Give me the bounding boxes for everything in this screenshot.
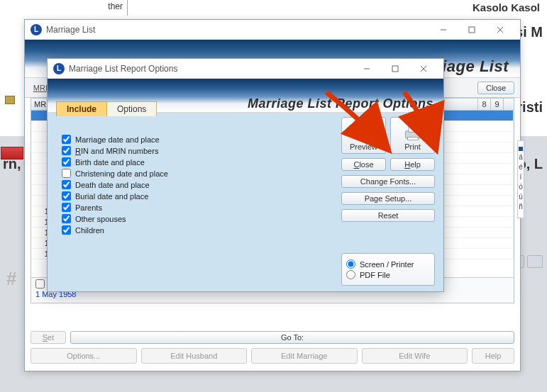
app-logo-icon: L: [31, 24, 42, 35]
bottom-buttons: Options... Edit Husband Edit Marriage Ed…: [31, 348, 514, 364]
hash-icon: #: [6, 268, 16, 290]
accent-char[interactable]: á: [518, 152, 524, 162]
window-close-button[interactable]: [486, 20, 514, 40]
tabstrip: Include Options: [56, 101, 156, 116]
accent-char[interactable]: ñ: [518, 202, 524, 212]
accent-char[interactable]: é: [518, 162, 524, 172]
include-checkbox[interactable]: [62, 146, 71, 155]
tab-options[interactable]: Options: [106, 101, 157, 116]
dialog-help-button[interactable]: Help: [390, 158, 435, 171]
include-option[interactable]: Parents: [62, 203, 317, 212]
dialog-maximize-button[interactable]: [381, 59, 409, 79]
svg-point-11: [364, 125, 372, 133]
dialog-close-button[interactable]: Close: [341, 158, 386, 171]
include-option[interactable]: Burial date and place: [62, 191, 317, 201]
bg-cell-right: Kasolo Kasol: [128, 0, 547, 16]
set-label: et: [48, 333, 54, 342]
output-screen-label: Screen / Printer: [360, 260, 414, 269]
include-checkbox[interactable]: [62, 225, 71, 235]
print-button[interactable]: Print: [390, 117, 435, 154]
dialog-logo-icon: L: [53, 63, 65, 74]
window-title: Marriage List: [46, 25, 95, 35]
options-button[interactable]: Options...: [31, 348, 137, 364]
preview-button[interactable]: Preview: [341, 117, 386, 154]
col-num-8[interactable]: 8: [478, 99, 491, 110]
svg-rect-15: [407, 138, 418, 140]
edit-marriage-button[interactable]: Edit Marriage: [251, 348, 358, 364]
output-pdf-label: PDF File: [360, 271, 390, 279]
include-checkbox[interactable]: [62, 203, 71, 212]
accent-swatch: [519, 147, 523, 151]
minimize-button[interactable]: [429, 20, 458, 40]
include-checkbox[interactable]: [62, 169, 71, 178]
dialog-body: Include Options Marriage date and placeR…: [48, 113, 443, 291]
include-option[interactable]: RIN and MRIN numbers: [62, 146, 317, 155]
svg-rect-5: [392, 66, 398, 72]
include-option[interactable]: Children: [62, 225, 317, 235]
dialog-titlebar: L Marriage List Report Options: [48, 59, 443, 79]
include-label: Parents: [75, 203, 102, 212]
marriage-check-input[interactable]: [35, 279, 45, 289]
include-label: Marriage date and place: [75, 135, 160, 144]
bg-cell-left: ther: [0, 0, 128, 16]
red-marker: [1, 147, 23, 159]
svg-rect-10: [358, 138, 369, 140]
edit-wife-button[interactable]: Edit Wife: [362, 348, 468, 364]
output-pdf-radio[interactable]: PDF File: [346, 270, 430, 279]
set-button[interactable]: Set: [31, 331, 66, 344]
accent-char[interactable]: ú: [518, 192, 524, 202]
include-checkbox[interactable]: [62, 157, 71, 167]
include-label: Burial date and place: [75, 192, 148, 201]
reset-button[interactable]: Reset: [341, 209, 435, 222]
include-checkbox[interactable]: [62, 180, 71, 189]
include-option[interactable]: Christening date and place: [62, 169, 317, 178]
bg-icon-2: [527, 255, 543, 268]
include-option[interactable]: Marriage date and place: [62, 135, 317, 144]
tab-include[interactable]: Include: [56, 101, 107, 116]
dialog-close-icon-button[interactable]: [409, 59, 438, 79]
goto-button[interactable]: Go To:: [70, 331, 514, 344]
output-group: Screen / Printer PDF File: [341, 253, 435, 286]
include-label: Death date and place: [75, 181, 150, 189]
col-spacer: [504, 99, 514, 110]
include-checkbox[interactable]: [62, 214, 71, 223]
include-label: Other spouses: [75, 215, 126, 223]
output-screen-radio[interactable]: Screen / Printer: [346, 259, 430, 269]
bottom-row-goto: Set Go To:: [31, 331, 514, 344]
svg-point-16: [417, 133, 419, 134]
accent-char-strip[interactable]: áéíóúñ: [517, 140, 524, 218]
svg-rect-1: [469, 27, 475, 33]
include-label: Children: [75, 226, 104, 235]
close-button[interactable]: Close: [477, 82, 514, 94]
print-label: Print: [404, 142, 421, 151]
output-screen-input[interactable]: [346, 259, 355, 269]
dialog-header: Marriage List Report Options: [248, 96, 433, 111]
printer-preview-icon: [353, 123, 375, 142]
include-label: Christening date and place: [75, 169, 168, 178]
page-setup-button[interactable]: Page Setup...: [341, 192, 435, 205]
include-checkbox[interactable]: [62, 135, 71, 144]
edit-husband-button[interactable]: Edit Husband: [141, 348, 248, 364]
include-checkbox[interactable]: [62, 191, 71, 201]
include-label: Birth date and place: [75, 158, 145, 167]
col-num-9[interactable]: 9: [491, 99, 504, 110]
dialog-title: Marriage List Report Options: [69, 64, 177, 74]
gold-marker: [5, 96, 15, 104]
output-pdf-input[interactable]: [346, 270, 355, 279]
svg-rect-14: [409, 125, 417, 132]
printer-icon: [402, 123, 424, 142]
preview-label: Preview: [350, 142, 377, 151]
accent-char[interactable]: í: [518, 172, 524, 182]
bg-row: ther Kasolo Kasol: [0, 0, 547, 16]
accent-char[interactable]: ó: [518, 182, 524, 192]
titlebar: L Marriage List: [25, 20, 520, 40]
include-option[interactable]: Other spouses: [62, 214, 317, 223]
dialog-minimize-button[interactable]: [353, 59, 381, 79]
help-button[interactable]: Help: [472, 348, 514, 364]
maximize-button[interactable]: [458, 20, 486, 40]
side-panel: Preview Print Close Help Change Fonts...: [338, 114, 438, 289]
include-option[interactable]: Birth date and place: [62, 157, 317, 167]
report-options-dialog: L Marriage List Report Options Marriage …: [47, 58, 444, 292]
include-option[interactable]: Death date and place: [62, 180, 317, 189]
change-fonts-button[interactable]: Change Fonts...: [341, 175, 435, 188]
